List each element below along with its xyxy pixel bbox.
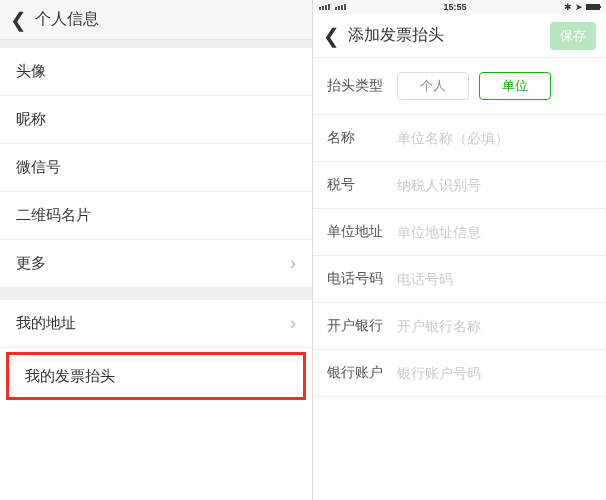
- row-qrcode[interactable]: 二维码名片: [0, 192, 312, 240]
- row-label: 二维码名片: [16, 206, 91, 225]
- type-segment: 个人 单位: [397, 72, 551, 100]
- field-bank: 开户银行: [313, 303, 606, 350]
- tax-no-input[interactable]: [397, 177, 592, 193]
- gps-icon: ➤: [575, 2, 583, 12]
- save-button[interactable]: 保存: [550, 22, 596, 50]
- field-bank-account: 银行账户: [313, 350, 606, 397]
- row-label: 头像: [16, 62, 46, 81]
- back-icon[interactable]: ❮: [10, 10, 27, 30]
- row-avatar[interactable]: 头像: [0, 48, 312, 96]
- row-label: 更多: [16, 254, 46, 273]
- address-input[interactable]: [397, 224, 592, 240]
- field-label: 单位地址: [327, 223, 397, 241]
- page-title-right: 添加发票抬头: [348, 25, 444, 46]
- bank-input[interactable]: [397, 318, 592, 334]
- chevron-right-icon: ›: [290, 253, 296, 274]
- header-left: ❮ 个人信息: [0, 0, 312, 40]
- row-label: 我的发票抬头: [25, 367, 115, 386]
- phone-input[interactable]: [397, 271, 592, 287]
- type-label: 抬头类型: [327, 77, 397, 95]
- row-nickname[interactable]: 昵称: [0, 96, 312, 144]
- battery-icon: [586, 4, 600, 10]
- field-label: 电话号码: [327, 270, 397, 288]
- signal-icon: [319, 4, 346, 10]
- field-label: 开户银行: [327, 317, 397, 335]
- section-gap: [0, 288, 312, 300]
- field-name: 名称: [313, 115, 606, 162]
- page-title-left: 个人信息: [35, 9, 99, 30]
- row-label: 微信号: [16, 158, 61, 177]
- row-more[interactable]: 更多 ›: [0, 240, 312, 288]
- row-wechat-id[interactable]: 微信号: [0, 144, 312, 192]
- row-my-invoice-title[interactable]: 我的发票抬头: [6, 352, 306, 400]
- field-label: 税号: [327, 176, 397, 194]
- row-label: 昵称: [16, 110, 46, 129]
- pane-add-invoice: 15:55 ✱ ➤ ❮ 添加发票抬头 保存 抬头类型 个人 单位 名称 税号 单…: [313, 0, 606, 500]
- type-row: 抬头类型 个人 单位: [313, 58, 606, 115]
- bluetooth-icon: ✱: [564, 2, 572, 12]
- chevron-right-icon: ›: [290, 313, 296, 334]
- field-label: 银行账户: [327, 364, 397, 382]
- pane-personal-info: ❮ 个人信息 头像 昵称 微信号 二维码名片 更多 › 我的地址 › 我的发票抬…: [0, 0, 313, 500]
- field-tax-no: 税号: [313, 162, 606, 209]
- back-icon[interactable]: ❮: [323, 26, 340, 46]
- gap: [0, 40, 312, 48]
- field-label: 名称: [327, 129, 397, 147]
- seg-personal[interactable]: 个人: [397, 72, 469, 100]
- field-address: 单位地址: [313, 209, 606, 256]
- header-right: ❮ 添加发票抬头 保存: [313, 14, 606, 58]
- status-time: 15:55: [443, 2, 466, 12]
- row-label: 我的地址: [16, 314, 76, 333]
- row-my-address[interactable]: 我的地址 ›: [0, 300, 312, 348]
- field-phone: 电话号码: [313, 256, 606, 303]
- name-input[interactable]: [397, 130, 592, 146]
- status-right: ✱ ➤: [564, 2, 600, 12]
- seg-company[interactable]: 单位: [479, 72, 551, 100]
- status-bar: 15:55 ✱ ➤: [313, 0, 606, 14]
- bank-account-input[interactable]: [397, 365, 592, 381]
